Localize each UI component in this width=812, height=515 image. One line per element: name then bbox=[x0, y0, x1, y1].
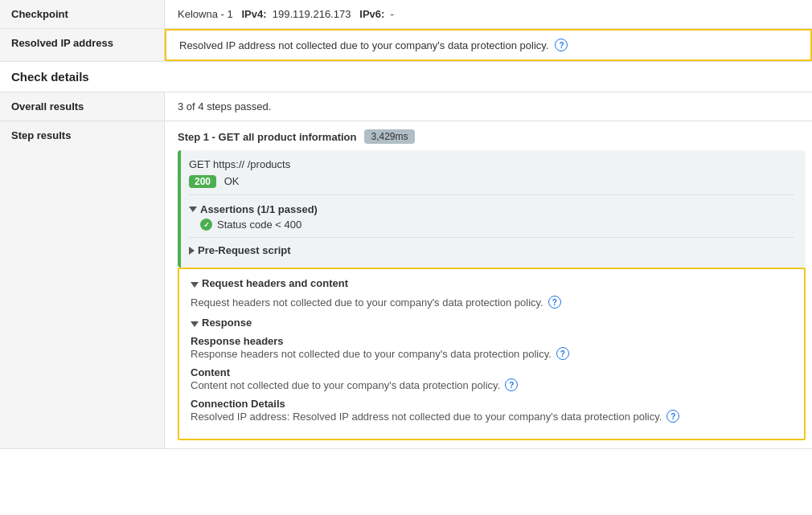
response-headers-help-icon[interactable]: ? bbox=[556, 347, 569, 360]
pre-request-label: Pre-Request script bbox=[198, 244, 291, 256]
ipv4-value: 199.119.216.173 bbox=[273, 8, 351, 20]
step-title: Step 1 - GET all product information bbox=[178, 131, 356, 143]
response-triangle-icon bbox=[191, 321, 199, 327]
status-badge: 200 bbox=[189, 175, 216, 188]
checkpoint-value: Kelowna - 1 IPv4: 199.119.216.173 IPv6: … bbox=[165, 0, 812, 28]
checkpoint-label: Checkpoint bbox=[0, 0, 165, 28]
pre-request-collapse[interactable]: Pre-Request script bbox=[189, 244, 794, 256]
request-headers-triangle-icon bbox=[191, 282, 199, 288]
response-collapse[interactable]: Response bbox=[191, 317, 793, 332]
step-results-value: Step 1 - GET all product information 3,4… bbox=[165, 121, 812, 448]
checkpoint-location: Kelowna - 1 bbox=[178, 8, 233, 20]
yellow-highlighted-box: Request headers and content Request head… bbox=[178, 268, 806, 440]
response-label: Response bbox=[202, 317, 252, 329]
resolved-ip-row: Resolved IP address Resolved IP address … bbox=[0, 29, 812, 62]
resolved-ip-help-icon[interactable]: ? bbox=[555, 39, 568, 51]
assertions-section: Assertions (1/1 passed) Status code < 40… bbox=[189, 203, 794, 231]
step-results-row: Step results Step 1 - GET all product in… bbox=[0, 121, 812, 449]
connection-help-icon[interactable]: ? bbox=[666, 410, 679, 423]
connection-policy: Resolved IP address: Resolved IP address… bbox=[191, 410, 793, 423]
request-headers-section: Request headers and content Request head… bbox=[191, 277, 793, 309]
resolved-ip-label: Resolved IP address bbox=[0, 29, 165, 61]
ipv6-label: IPv6: bbox=[359, 8, 384, 20]
check-icon bbox=[200, 219, 212, 231]
step-ms-badge: 3,429ms bbox=[364, 129, 414, 144]
status-text: OK bbox=[224, 175, 240, 187]
overall-results-label: Overall results bbox=[0, 92, 165, 121]
check-details-header: Check details bbox=[0, 62, 812, 92]
overall-results-value: 3 of 4 steps passed. bbox=[165, 92, 812, 121]
request-headers-help-icon[interactable]: ? bbox=[548, 296, 561, 309]
page: Checkpoint Kelowna - 1 IPv4: 199.119.216… bbox=[0, 0, 812, 515]
step-content-inner: GET https:// /products 200 OK Asser bbox=[178, 150, 806, 268]
get-url: GET https:// /products bbox=[189, 158, 794, 170]
divider-2 bbox=[189, 237, 794, 238]
status-row: 200 OK bbox=[189, 175, 794, 188]
assertions-triangle-icon bbox=[189, 206, 197, 212]
step-header: Step 1 - GET all product information 3,4… bbox=[165, 129, 812, 150]
content-policy: Content not collected due to your compan… bbox=[191, 378, 793, 391]
request-headers-policy: Request headers not collected due to you… bbox=[191, 296, 793, 309]
overall-results-row: Overall results 3 of 4 steps passed. bbox=[0, 92, 812, 121]
step-results-label: Step results bbox=[0, 121, 165, 448]
content-help-icon[interactable]: ? bbox=[505, 378, 518, 391]
connection-details-label: Connection Details bbox=[191, 398, 793, 410]
resolved-ip-message: Resolved IP address not collected due to… bbox=[179, 39, 548, 51]
content-label: Content bbox=[191, 366, 793, 378]
response-section: Response Response headers Response heade… bbox=[191, 317, 793, 423]
response-headers-label: Response headers bbox=[191, 335, 793, 347]
divider-1 bbox=[189, 194, 794, 195]
assertion-text: Status code < 400 bbox=[217, 219, 301, 231]
assertions-collapse[interactable]: Assertions (1/1 passed) bbox=[189, 203, 794, 215]
pre-request-triangle-icon bbox=[189, 247, 195, 255]
ipv4-label: IPv4: bbox=[242, 8, 267, 20]
request-headers-collapse[interactable]: Request headers and content bbox=[191, 277, 793, 292]
ipv6-value: - bbox=[391, 8, 394, 20]
resolved-ip-value: Resolved IP address not collected due to… bbox=[165, 29, 812, 61]
step-content-box: GET https:// /products 200 OK Asser bbox=[178, 150, 806, 268]
response-headers-policy: Response headers not collected due to yo… bbox=[191, 347, 793, 360]
checkpoint-row: Checkpoint Kelowna - 1 IPv4: 199.119.216… bbox=[0, 0, 812, 29]
assertions-label: Assertions (1/1 passed) bbox=[200, 203, 318, 215]
assertion-item: Status code < 400 bbox=[200, 219, 794, 231]
request-headers-label: Request headers and content bbox=[202, 277, 348, 289]
